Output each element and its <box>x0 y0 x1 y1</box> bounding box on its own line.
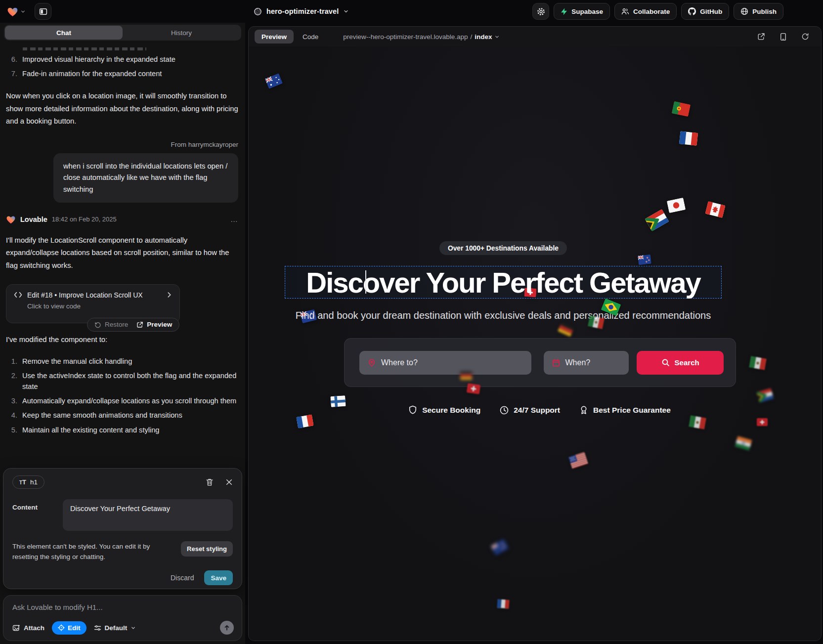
assistant-paragraph: Now when you click on a location image, … <box>6 90 238 128</box>
where-input[interactable]: Where to? <box>359 351 531 375</box>
when-placeholder: When? <box>565 358 591 367</box>
assistant-header: Lovable 18:42 on Feb 20, 2025 … <box>6 215 238 224</box>
url-separator: / <box>470 33 472 41</box>
settings-button[interactable] <box>532 3 549 20</box>
refresh-icon[interactable] <box>801 33 809 41</box>
collaborate-button[interactable]: Collaborate <box>614 3 677 20</box>
chat-sidebar: Chat History Improved visual hierarchy i… <box>0 23 245 644</box>
flag-in-icon <box>735 436 752 450</box>
sidebar-tabs: Chat History <box>4 25 241 41</box>
edit-version-card[interactable]: Edit #18 • Improve Location Scroll UX Cl… <box>6 284 180 323</box>
styling-note: This element can't be styled. You can ed… <box>12 541 170 562</box>
flag-mx-icon <box>749 356 767 370</box>
message-timestamp: 18:42 on Feb 20, 2025 <box>52 215 117 223</box>
mobile-view-icon[interactable] <box>780 33 786 41</box>
trash-icon[interactable] <box>206 478 214 486</box>
search-icon <box>661 358 670 367</box>
supabase-icon <box>561 8 567 15</box>
list-item: Fade-in animation for the expanded conte… <box>19 69 238 79</box>
tab-code[interactable]: Code <box>296 30 325 43</box>
sidebar-toggle-button[interactable] <box>35 3 51 20</box>
search-button[interactable]: Search <box>637 351 724 375</box>
discard-button[interactable]: Discard <box>171 574 194 582</box>
feature-best-price: Best Price Guarantee <box>579 405 671 415</box>
topbar: hero-optimizer-travel Supabase Collabora… <box>0 0 823 23</box>
chat-composer[interactable]: Ask Lovable to modify H1... Attach Edit <box>3 595 242 641</box>
edit-mode-label: Edit <box>68 624 81 632</box>
search-button-label: Search <box>675 358 699 367</box>
flag-mx-icon <box>588 315 605 329</box>
tab-history[interactable]: History <box>123 26 240 40</box>
close-icon[interactable] <box>225 478 233 486</box>
restore-preview-pill: Restore Preview <box>87 318 179 332</box>
flag-fr-icon <box>296 414 314 429</box>
composer-placeholder[interactable]: Ask Lovable to modify H1... <box>12 603 234 611</box>
element-tag-badge: TT h1 <box>12 475 44 489</box>
open-in-new-tab-icon[interactable] <box>757 33 765 41</box>
people-icon <box>621 8 629 15</box>
project-selector[interactable]: hero-optimizer-travel <box>254 0 349 23</box>
attach-button[interactable]: Attach <box>12 624 44 632</box>
github-button[interactable]: GitHub <box>681 3 729 20</box>
destinations-badge: Over 1000+ Destinations Available <box>439 241 567 255</box>
flag-ch-icon <box>467 383 480 394</box>
arrow-up-icon <box>223 624 230 631</box>
location-pin-icon <box>367 358 376 367</box>
element-editor-panel: TT h1 Content Discover Your Perfect Geta… <box>3 468 242 589</box>
edit-card-subtitle: Click to view code <box>27 302 173 310</box>
restore-button[interactable]: Restore <box>94 321 128 328</box>
publish-button[interactable]: Publish <box>734 3 783 20</box>
lovable-logo[interactable] <box>7 6 26 17</box>
heart-logo-icon <box>7 6 18 17</box>
flag-za-icon <box>757 388 774 402</box>
list-item: Maintain all the existing content and st… <box>19 425 238 435</box>
preview-url[interactable]: preview--hero-optimizer-travel.lovable.a… <box>343 33 500 41</box>
content-textarea[interactable]: Discover Your Perfect Getaway <box>63 499 233 531</box>
flag-de-icon <box>460 371 472 380</box>
hero-preview: Over 1000+ Destinations Available Discov… <box>249 46 821 641</box>
preview-button[interactable]: Preview <box>136 321 172 328</box>
preview-toolbar: Preview Code preview--hero-optimizer-tra… <box>249 27 821 46</box>
save-button[interactable]: Save <box>204 570 233 585</box>
list-item: Use the activeIndex state to control bot… <box>19 371 238 392</box>
mode-selector[interactable]: Default <box>94 624 136 632</box>
flag-jp-icon <box>667 198 686 213</box>
feature-secure-booking: Secure Booking <box>408 405 480 415</box>
reset-styling-button[interactable]: Reset styling <box>181 541 233 557</box>
flag-fr-icon <box>497 599 509 608</box>
message-menu-button[interactable]: … <box>230 215 238 223</box>
target-icon <box>58 624 65 631</box>
supabase-label: Supabase <box>571 8 603 15</box>
list-item: Remove the manual click handling <box>19 356 238 367</box>
chat-messages[interactable]: Improved visual hierarchy in the expande… <box>0 44 245 468</box>
url-host: preview--hero-optimizer-travel.lovable.a… <box>343 33 468 41</box>
supabase-button[interactable]: Supabase <box>554 3 610 20</box>
assistant-list-top: Improved visual hierarchy in the expande… <box>6 54 238 80</box>
flag-au-icon <box>265 73 283 89</box>
when-input[interactable]: When? <box>544 351 629 375</box>
tab-preview[interactable]: Preview <box>255 30 294 43</box>
restore-icon <box>94 321 101 328</box>
flag-fi-icon <box>330 395 346 407</box>
user-message-bubble: when i scroll into the individual locati… <box>53 153 238 203</box>
send-button[interactable] <box>220 621 234 635</box>
flag-fr-icon <box>679 131 698 146</box>
assistant-paragraph: I've modified the component to: <box>6 334 238 346</box>
edit-mode-button[interactable]: Edit <box>52 621 87 635</box>
assistant-name: Lovable <box>20 215 47 223</box>
tab-chat[interactable]: Chat <box>5 26 123 40</box>
where-placeholder: Where to? <box>381 358 418 367</box>
hero-title[interactable]: Discover Your Perfect Getaway <box>285 266 722 299</box>
clipped-message-remnant <box>23 47 146 50</box>
attach-label: Attach <box>24 624 44 632</box>
chevron-down-icon <box>20 9 26 14</box>
chevron-down-icon <box>343 8 349 14</box>
flag-za-icon <box>645 209 669 231</box>
mode-label: Default <box>105 624 128 632</box>
edit-card-title: Edit #18 • Improve Location Scroll UX <box>27 291 143 299</box>
flag-nz-icon <box>638 255 651 265</box>
github-icon <box>688 7 696 15</box>
publish-label: Publish <box>752 8 777 15</box>
flag-ca-icon <box>705 201 725 218</box>
list-item: Keep the same smooth animations and tran… <box>19 410 238 421</box>
